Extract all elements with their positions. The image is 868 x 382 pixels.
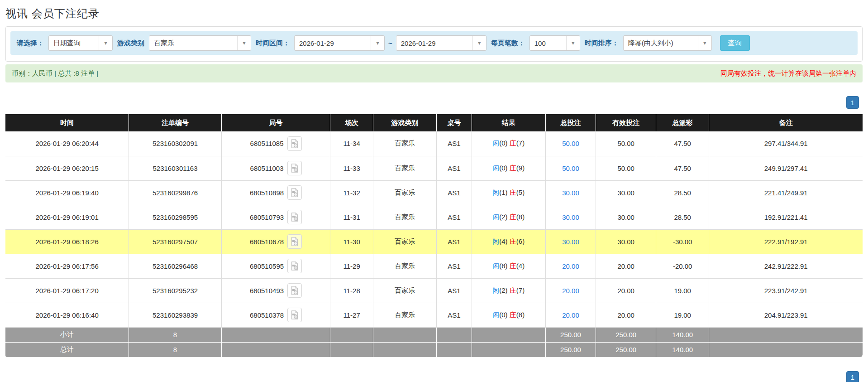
banker-count: (7) <box>516 286 525 294</box>
total-bet-link[interactable]: 20.00 <box>562 311 579 319</box>
column-header: 局号 <box>221 114 330 131</box>
remark: 204.91/223.91 <box>709 303 863 327</box>
chevron-down-icon[interactable]: ▾ <box>698 36 711 50</box>
valid-bet: 50.00 <box>596 156 656 180</box>
video-file-icon <box>290 310 300 320</box>
round-id: 680510378 <box>250 311 284 319</box>
session-number: 11-33 <box>330 156 373 180</box>
notice-bar: 币别：人民币 | 总共 :8 注单 | 同局有效投注，统一计算在该局第一张注单内 <box>5 64 863 82</box>
video-replay-button[interactable] <box>287 136 302 151</box>
date-to-select[interactable]: 2026-01-29 ▾ <box>396 35 486 51</box>
summary-total-bet: 250.00 <box>545 327 596 342</box>
column-header: 总派彩 <box>656 114 709 131</box>
game-type-select[interactable]: 百家乐 ▾ <box>149 35 251 51</box>
video-file-icon <box>290 188 300 198</box>
chevron-down-icon[interactable]: ▾ <box>472 36 486 50</box>
page-1-button[interactable]: 1 <box>846 371 859 382</box>
bet-time: 2026-01-29 06:18:26 <box>5 229 129 254</box>
payout: -20.00 <box>656 254 709 278</box>
chevron-down-icon[interactable]: ▾ <box>237 36 251 50</box>
video-replay-button[interactable] <box>287 185 302 200</box>
banker-label: 庄 <box>510 213 516 221</box>
valid-bet: 50.00 <box>596 131 656 156</box>
valid-bet: 20.00 <box>596 254 656 278</box>
page-size-select[interactable]: 100 ▾ <box>529 35 580 51</box>
player-count: (8) <box>499 262 507 270</box>
round-cell: 680511003 <box>221 156 330 180</box>
mode-select[interactable]: 日期查询 ▾ <box>48 35 113 51</box>
table-number: AS1 <box>437 229 472 254</box>
video-replay-button[interactable] <box>287 234 302 249</box>
round-cell: 680510595 <box>221 254 330 278</box>
summary-total-bet: 250.00 <box>545 342 596 357</box>
total-bet-link[interactable]: 20.00 <box>562 262 579 270</box>
warning-text: 同局有效投注，统一计算在该局第一张注单内 <box>720 69 856 78</box>
column-header: 注单编号 <box>129 114 222 131</box>
round-cell: 680510793 <box>221 205 330 229</box>
bet-time: 2026-01-29 06:19:40 <box>5 180 129 205</box>
payout: 19.00 <box>656 278 709 303</box>
total-bet-link[interactable]: 30.00 <box>562 213 579 221</box>
video-file-icon <box>290 139 300 149</box>
chevron-down-icon[interactable]: ▾ <box>566 36 580 50</box>
table-row: 2026-01-29 06:20:15 523160301163 6805110… <box>5 156 863 180</box>
result-cell: 闲(1) 庄(5) <box>472 180 545 205</box>
time-range-label: 时间区间： <box>256 39 290 48</box>
round-id: 680510678 <box>250 238 284 246</box>
game-type: 百家乐 <box>373 131 437 156</box>
banker-label: 庄 <box>510 189 516 196</box>
player-count: (2) <box>499 286 507 294</box>
total-bet-link[interactable]: 30.00 <box>562 238 579 246</box>
page-size-label: 每页笔数： <box>491 39 525 48</box>
player-label: 闲 <box>492 213 499 221</box>
bet-id: 523160299876 <box>129 180 222 205</box>
banker-count: (9) <box>516 164 525 172</box>
chevron-down-icon[interactable]: ▾ <box>99 36 112 50</box>
column-header: 总投注 <box>545 114 596 131</box>
valid-bet: 20.00 <box>596 303 656 327</box>
total-bet-link[interactable]: 30.00 <box>562 189 579 197</box>
date-from-value: 2026-01-29 <box>295 36 371 50</box>
filter-panel: 请选择： 日期查询 ▾ 游戏类别 百家乐 ▾ 时间区间： 2026-01-29 … <box>5 26 863 62</box>
player-label: 闲 <box>492 139 499 147</box>
total-bet-link[interactable]: 50.00 <box>562 140 579 147</box>
banker-count: (4) <box>516 262 525 270</box>
query-button[interactable]: 查询 <box>720 35 750 51</box>
video-replay-button[interactable] <box>287 161 302 175</box>
total-bet-cell: 30.00 <box>545 180 596 205</box>
video-file-icon <box>290 261 300 271</box>
records-table: 时间注单编号局号场次游戏类别桌号结果总投注有效投注总派彩备注 2026-01-2… <box>5 114 863 358</box>
total-bet-cell: 50.00 <box>545 131 596 156</box>
date-to-value: 2026-01-29 <box>396 36 472 50</box>
video-replay-button[interactable] <box>287 283 302 298</box>
date-from-select[interactable]: 2026-01-29 ▾ <box>294 35 385 51</box>
video-replay-button[interactable] <box>287 210 302 224</box>
game-type: 百家乐 <box>373 303 437 327</box>
round-id: 680510493 <box>250 287 284 295</box>
table-number: AS1 <box>437 254 472 278</box>
chevron-down-icon[interactable]: ▾ <box>371 36 384 50</box>
total-bet-cell: 20.00 <box>545 254 596 278</box>
round-cell: 680511085 <box>221 131 330 156</box>
total-bet-link[interactable]: 20.00 <box>562 287 579 295</box>
sort-select-value: 降幂(由大到小) <box>624 36 698 50</box>
page-1-button[interactable]: 1 <box>846 96 859 109</box>
player-label: 闲 <box>492 164 499 172</box>
sort-select[interactable]: 降幂(由大到小) ▾ <box>623 35 712 51</box>
game-type: 百家乐 <box>373 229 437 254</box>
video-replay-button[interactable] <box>287 259 302 273</box>
bet-id: 523160295232 <box>129 278 222 303</box>
bet-id: 523160302091 <box>129 131 222 156</box>
round-cell: 680510493 <box>221 278 330 303</box>
valid-bet: 30.00 <box>596 205 656 229</box>
summary-count: 8 <box>129 327 222 342</box>
video-replay-button[interactable] <box>287 308 302 322</box>
pagination-top: 1 <box>5 96 859 109</box>
column-header: 场次 <box>330 114 373 131</box>
session-number: 11-34 <box>330 131 373 156</box>
total-bet-link[interactable]: 50.00 <box>562 164 579 172</box>
valid-bet: 30.00 <box>596 180 656 205</box>
bet-id: 523160298595 <box>129 205 222 229</box>
total-bet-cell: 30.00 <box>545 205 596 229</box>
round-id: 680510595 <box>250 262 284 270</box>
